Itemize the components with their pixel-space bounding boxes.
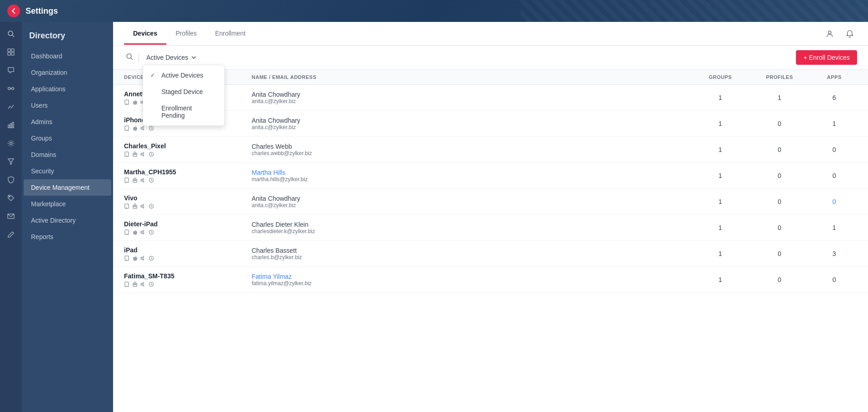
enroll-button[interactable]: + Enroll Devices xyxy=(796,50,857,65)
table-row[interactable]: iPad Charles Bassett charles.b@zylker.bi… xyxy=(113,241,868,267)
sidebar-item-reports[interactable]: Reports xyxy=(24,229,111,245)
profiles-count: 0 xyxy=(748,224,811,231)
rail-chat[interactable] xyxy=(3,62,19,78)
th-groups: Groups xyxy=(693,74,748,80)
user-cell: Charles Bassett charles.b@zylker.biz xyxy=(252,247,693,261)
device-cell: Vivo xyxy=(124,194,252,209)
svg-line-18 xyxy=(131,58,133,60)
notification-bell[interactable] xyxy=(842,26,857,41)
groups-count: 1 xyxy=(693,276,748,283)
sidebar: Directory Dashboard Organization Applica… xyxy=(22,22,113,412)
apps-count: 0 xyxy=(811,146,857,153)
filter-dropdown[interactable]: Active Devices ✓ Active Devices Staged D… xyxy=(143,52,200,63)
profiles-count: 1 xyxy=(748,94,811,101)
user-name: Fatima Yilmaz xyxy=(252,273,693,280)
sidebar-item-active-directory[interactable]: Active Directory xyxy=(24,212,111,229)
rail-chart[interactable] xyxy=(3,117,19,133)
user-email: anita.c@zylker.biz xyxy=(252,202,693,209)
sidebar-title: Directory xyxy=(22,22,113,48)
device-cell: Charles_Pixel xyxy=(124,142,252,157)
tab-devices[interactable]: Devices xyxy=(124,23,166,45)
svg-rect-2 xyxy=(8,49,10,52)
device-cell: Fatima_SM-T835 xyxy=(124,272,252,287)
device-cell: iPad xyxy=(124,246,252,261)
table-container: Device Name Name / Email Address Groups … xyxy=(113,70,868,412)
apps-count: 3 xyxy=(811,250,857,257)
user-email: anita.c@zylker.biz xyxy=(252,98,693,104)
device-icons xyxy=(124,229,252,235)
profiles-count: 0 xyxy=(748,146,811,153)
table-body: Annett... Anita Chowdhary anita.c@zylker… xyxy=(113,85,868,293)
search-icon[interactable] xyxy=(124,51,135,64)
device-icons xyxy=(124,177,252,183)
sidebar-item-domains[interactable]: Domains xyxy=(24,146,111,163)
device-cell: Martha_CPH1955 xyxy=(124,168,252,183)
groups-count: 1 xyxy=(693,146,748,153)
device-icons xyxy=(124,282,252,287)
svg-point-44 xyxy=(134,207,134,207)
device-icons xyxy=(124,203,252,209)
user-email: martha.hills@zylker.biz xyxy=(252,176,693,183)
sidebar-item-users[interactable]: Users xyxy=(24,97,111,114)
device-name: Vivo xyxy=(124,194,252,202)
table-row[interactable]: Martha_CPH1955 Martha Hills martha.hills… xyxy=(113,163,868,189)
rail-tag[interactable] xyxy=(3,190,19,206)
rail-settings[interactable] xyxy=(3,135,19,151)
tab-enrollment[interactable]: Enrollment xyxy=(206,23,255,45)
user-name: Charles Webb xyxy=(252,143,693,150)
user-cell: Charles Dieter Klein charlesdieter.k@zyl… xyxy=(252,221,693,235)
table-row[interactable]: Dieter-iPad Charles Dieter Klein charles… xyxy=(113,215,868,241)
user-cell: Anita Chowdhary anita.c@zylker.biz xyxy=(252,117,693,130)
table-row[interactable]: Charles_Pixel Charles Webb charles.webb@… xyxy=(113,137,868,163)
groups-count: 1 xyxy=(693,250,748,257)
user-name: Charles Dieter Klein xyxy=(252,221,693,228)
table-row[interactable]: iPhone XR Anita Chowdhary anita.c@zylker… xyxy=(113,111,868,137)
device-icons xyxy=(124,125,252,131)
svg-point-37 xyxy=(134,181,134,181)
main-layout: Directory Dashboard Organization Applica… xyxy=(0,22,868,412)
dropdown-item-label: Enrollment Pending xyxy=(161,104,217,119)
svg-rect-5 xyxy=(11,52,14,55)
top-header: Settings xyxy=(0,0,868,22)
toolbar-divider xyxy=(139,53,139,62)
dropdown-item-staged-device[interactable]: Staged Device xyxy=(143,83,224,100)
rail-analytics[interactable] xyxy=(3,99,19,115)
user-name: Anita Chowdhary xyxy=(252,91,693,98)
rail-filter[interactable] xyxy=(3,153,19,170)
apps-count: 1 xyxy=(811,224,857,231)
table-row[interactable]: Fatima_SM-T835 Fatima Yilmaz fatima.yilm… xyxy=(113,267,868,293)
profiles-count: 0 xyxy=(748,250,811,257)
table-row[interactable]: Annett... Anita Chowdhary anita.c@zylker… xyxy=(113,85,868,111)
svg-rect-10 xyxy=(10,124,12,128)
tab-profiles[interactable]: Profiles xyxy=(166,23,206,45)
rail-search[interactable] xyxy=(3,26,19,42)
rail-grid[interactable] xyxy=(3,44,19,60)
user-cell: Martha Hills martha.hills@zylker.biz xyxy=(252,169,693,183)
dropdown-item-enrollment-pending[interactable]: Enrollment Pending xyxy=(143,100,224,124)
sidebar-item-organization[interactable]: Organization xyxy=(24,64,111,81)
sidebar-item-dashboard[interactable]: Dashboard xyxy=(24,48,111,64)
rail-shield[interactable] xyxy=(3,172,19,188)
sidebar-item-device-management[interactable]: Device Management xyxy=(24,179,111,196)
user-name: Anita Chowdhary xyxy=(252,195,693,202)
back-button[interactable] xyxy=(7,5,20,17)
table-row[interactable]: Vivo Anita Chowdhary anita.c@zylker.biz … xyxy=(113,189,868,215)
sidebar-item-security[interactable]: Security xyxy=(24,163,111,179)
groups-count: 1 xyxy=(693,172,748,179)
rail-link[interactable] xyxy=(3,80,19,97)
profiles-count: 0 xyxy=(748,120,811,127)
user-email: charles.webb@zylker.biz xyxy=(252,150,693,156)
device-icons xyxy=(124,256,252,261)
user-name: Martha Hills xyxy=(252,169,693,176)
user-icon-btn[interactable] xyxy=(822,26,837,41)
th-apps: Apps xyxy=(811,74,857,80)
sidebar-item-applications[interactable]: Applications xyxy=(24,81,111,97)
profiles-count: 0 xyxy=(748,198,811,205)
sidebar-item-marketplace[interactable]: Marketplace xyxy=(24,196,111,212)
user-email: charles.b@zylker.biz xyxy=(252,254,693,261)
rail-pencil[interactable] xyxy=(3,226,19,243)
rail-mail[interactable] xyxy=(3,208,19,224)
sidebar-item-admins[interactable]: Admins xyxy=(24,114,111,130)
dropdown-item-active-devices[interactable]: ✓ Active Devices xyxy=(143,67,224,83)
sidebar-item-groups[interactable]: Groups xyxy=(24,130,111,146)
